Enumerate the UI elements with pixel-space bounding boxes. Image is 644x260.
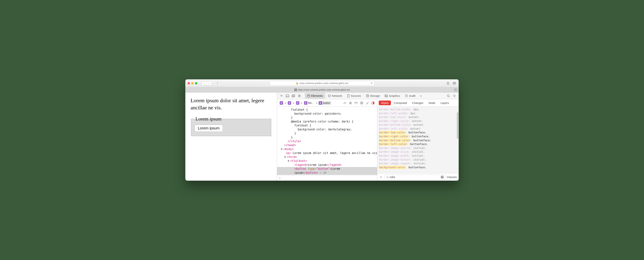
css-rules-list[interactable]: border-bottom-width: 2px;border-left-wid… (377, 107, 459, 173)
src-line: <p> Lorem ipsum dolor sit amet, legere a… (281, 151, 375, 155)
src-line: </head> (281, 143, 375, 147)
svg-rect-16 (308, 95, 309, 95)
address-bar[interactable]: 🔒 color-scheme-prefers-color-scheme.glit… (270, 81, 374, 86)
scrollbar[interactable] (457, 112, 458, 139)
crumb-2[interactable]: E (295, 101, 300, 105)
css-declaration[interactable]: border-top-color: buttonface; (379, 131, 457, 135)
new-rule-button[interactable]: ＋ (379, 174, 383, 180)
tab-elements[interactable]: Elements (305, 93, 325, 99)
print-icon[interactable] (348, 100, 353, 106)
grid-icon[interactable] (359, 100, 364, 106)
dock-side-icon[interactable] (290, 93, 296, 99)
back-button[interactable]: ‹ (202, 81, 207, 85)
css-declaration[interactable]: border-right-style: outset; (379, 119, 457, 123)
paint-icon[interactable] (365, 100, 370, 106)
computed-tab[interactable]: Computed (392, 100, 409, 105)
styles-tab[interactable]: Styles (379, 100, 391, 105)
tab-graphics[interactable]: Graphics (382, 93, 402, 99)
src-line: } (281, 116, 375, 120)
close-devtools-button[interactable]: ✕ (278, 93, 284, 99)
sidebar-toggle-button[interactable] (215, 81, 220, 85)
svg-rect-34 (362, 103, 363, 104)
crumb-3[interactable]: Efiel… (303, 101, 315, 105)
css-declaration[interactable]: border-left-width: 2px; (379, 111, 457, 115)
classes-button[interactable]: Classes (447, 175, 457, 179)
element-badge-icon: E (304, 101, 308, 105)
src-line-selected[interactable]: ipsum</button> = $0 (277, 171, 377, 175)
src-line: fieldset { (281, 124, 375, 127)
lock-icon: 🔒 (296, 82, 298, 84)
css-declaration[interactable]: border-image-width: initial; (379, 154, 457, 158)
src-line: </style> (281, 139, 375, 143)
devtools-tabbar: ✕ Elements Network Sources (277, 92, 459, 99)
dom-breadcrumb: E› E› E› Efiel…› Ebutton (277, 99, 377, 107)
tab-elements-label: Elements (311, 94, 323, 97)
page-button[interactable]: Lorem ipsum (195, 125, 223, 132)
crumb-label: fiel… (308, 101, 314, 104)
reload-button[interactable]: ⟳ (371, 82, 373, 85)
clear-filter-button[interactable]: ✕ (441, 176, 444, 179)
window-controls (188, 82, 197, 84)
page-form: Lorem ipsum Lorem ipsum (190, 116, 272, 136)
element-badge-icon: E (319, 101, 322, 105)
tab-title[interactable]: https://color-scheme-prefers-color-schem… (298, 88, 350, 91)
settings-button[interactable] (452, 93, 457, 99)
css-declaration[interactable]: border-top-style: outset; (379, 115, 457, 119)
browser-window: ‹ › 🔒 color-scheme-prefers-color-scheme.… (185, 79, 459, 181)
ruler-icon[interactable] (342, 100, 348, 106)
css-declaration[interactable]: border-bottom-width: 2px; (379, 107, 457, 111)
css-declaration[interactable]: border-left-style: outset; (379, 127, 457, 131)
css-declaration[interactable]: border-image-slice: initial; (379, 150, 457, 154)
compositing-icon[interactable] (370, 100, 376, 106)
layers-tab[interactable]: Layers (438, 100, 451, 105)
tab-graphics-label: Graphics (389, 94, 400, 97)
css-declaration[interactable]: border-image-repeat: initial; (379, 162, 457, 166)
tabs-overview-button[interactable] (452, 81, 456, 85)
console-prompt[interactable]: › (277, 175, 377, 181)
close-window-button[interactable] (188, 82, 190, 84)
crumb-4[interactable]: Ebutton (318, 101, 331, 105)
zoom-window-button[interactable] (195, 82, 197, 84)
new-tab-button[interactable]: + (454, 88, 458, 92)
tab-audit[interactable]: Audit (403, 93, 418, 99)
src-line: @media (prefers-color-scheme: dark) { (281, 120, 375, 124)
css-declaration[interactable]: border-right-color: buttonface; (379, 135, 457, 139)
search-button[interactable] (446, 93, 451, 99)
tab-sources[interactable]: Sources (345, 93, 363, 99)
src-line: ▼<form> (281, 155, 375, 159)
crumb-0[interactable]: E (278, 101, 284, 105)
device-icon[interactable] (354, 100, 359, 106)
svg-rect-31 (360, 102, 362, 103)
page-fieldset: Lorem ipsum Lorem ipsum (191, 116, 271, 136)
css-declaration[interactable]: border-image-source: initial; (379, 146, 457, 150)
svg-rect-27 (350, 102, 351, 103)
svg-point-22 (447, 95, 449, 97)
more-tabs-button[interactable]: » (418, 93, 424, 99)
console-chevron-icon: › (279, 176, 281, 180)
src-line-selected[interactable]: <button type="button">Lorem (277, 167, 377, 171)
src-line: ▼<body> (281, 147, 375, 151)
crumb-1[interactable]: E (286, 101, 292, 105)
page-paragraph: Lorem ipsum dolor sit amet, legere ancil… (190, 97, 272, 111)
dom-tree[interactable]: fieldset { background-color: gainsboro; … (277, 107, 377, 175)
rendered-page: Lorem ipsum dolor sit amet, legere ancil… (185, 92, 277, 181)
svg-rect-0 (217, 82, 219, 84)
filter-input[interactable]: ⊜ color ✕ (385, 175, 445, 180)
css-declaration[interactable]: border-bottom-style: outset; (379, 123, 457, 127)
css-declaration[interactable]: border-left-color: buttonface; (379, 142, 457, 146)
src-line: } (281, 136, 375, 139)
css-declaration[interactable]: border-bottom-color: buttonface; (379, 139, 457, 142)
src-line: } (281, 132, 375, 136)
changes-tab[interactable]: Changes (410, 100, 426, 105)
minimize-window-button[interactable] (191, 82, 194, 84)
dock-bottom-icon[interactable] (284, 93, 290, 99)
inspect-element-button[interactable] (296, 93, 302, 99)
tab-bar: C https://color-scheme-prefers-color-sch… (185, 87, 459, 92)
node-tab[interactable]: Node (426, 100, 438, 105)
css-declaration[interactable]: border-image-outset: initial; (379, 158, 457, 162)
tab-storage[interactable]: Storage (364, 93, 382, 99)
forward-button[interactable]: › (207, 81, 212, 85)
tab-network[interactable]: Network (326, 93, 344, 99)
share-button[interactable] (446, 81, 450, 85)
css-declaration[interactable]: background-color: buttonface; (379, 166, 457, 169)
